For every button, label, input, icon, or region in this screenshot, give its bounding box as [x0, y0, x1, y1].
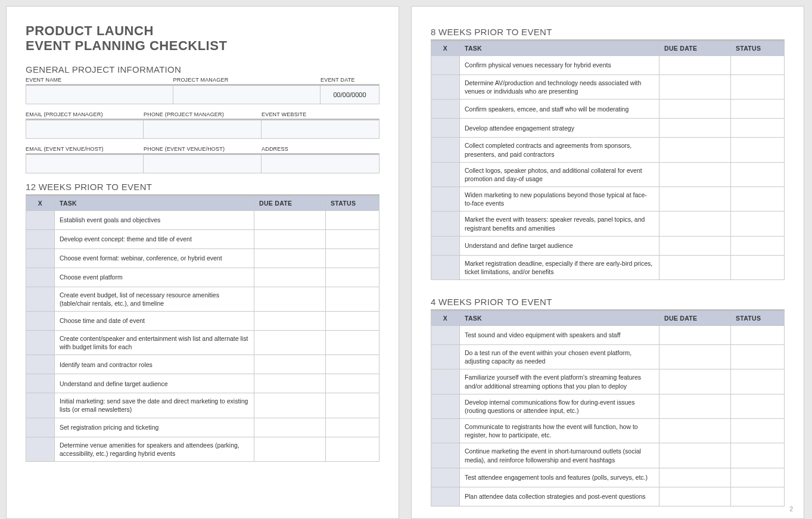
checkbox-cell[interactable] — [26, 210, 55, 229]
due-date-cell[interactable] — [659, 100, 731, 119]
checkbox-cell[interactable] — [26, 330, 55, 355]
phone-venue-input[interactable] — [144, 153, 262, 173]
due-date-cell[interactable] — [659, 394, 731, 418]
status-cell[interactable] — [731, 255, 785, 279]
status-cell[interactable] — [731, 138, 785, 162]
due-date-cell[interactable] — [659, 326, 731, 345]
checkbox-cell[interactable] — [26, 355, 55, 374]
email-venue-input[interactable] — [26, 153, 144, 173]
due-date-cell[interactable] — [254, 437, 326, 461]
due-date-cell[interactable] — [659, 487, 731, 506]
event-website-input[interactable] — [262, 119, 379, 139]
status-cell[interactable] — [326, 437, 379, 461]
status-cell[interactable] — [326, 374, 379, 393]
status-cell[interactable] — [731, 369, 785, 394]
due-date-cell[interactable] — [254, 210, 326, 229]
checkbox-cell[interactable] — [26, 248, 55, 268]
status-cell[interactable] — [326, 393, 379, 418]
status-cell[interactable] — [731, 212, 785, 236]
status-cell[interactable] — [731, 162, 785, 187]
due-date-cell[interactable] — [659, 56, 731, 75]
checkbox-cell[interactable] — [431, 345, 460, 369]
status-cell[interactable] — [326, 287, 379, 311]
checkbox-cell[interactable] — [26, 287, 55, 311]
checkbox-cell[interactable] — [26, 374, 55, 393]
status-cell[interactable] — [326, 311, 379, 330]
due-date-cell[interactable] — [254, 287, 326, 311]
due-date-cell[interactable] — [254, 248, 326, 268]
status-cell[interactable] — [326, 248, 379, 268]
status-cell[interactable] — [326, 229, 379, 248]
email-pm-input[interactable] — [26, 119, 144, 139]
due-date-cell[interactable] — [659, 75, 731, 100]
status-cell[interactable] — [731, 394, 785, 418]
checkbox-cell[interactable] — [431, 119, 460, 138]
due-date-cell[interactable] — [659, 212, 731, 236]
checkbox-cell[interactable] — [431, 255, 460, 279]
status-cell[interactable] — [731, 75, 785, 100]
checkbox-cell[interactable] — [431, 236, 460, 255]
due-date-cell[interactable] — [659, 255, 731, 279]
status-cell[interactable] — [731, 236, 785, 255]
due-date-cell[interactable] — [254, 374, 326, 393]
checkbox-cell[interactable] — [431, 419, 460, 443]
status-cell[interactable] — [731, 419, 785, 443]
checkbox-cell[interactable] — [431, 394, 460, 418]
due-date-cell[interactable] — [659, 236, 731, 255]
checkbox-cell[interactable] — [431, 187, 460, 212]
due-date-cell[interactable] — [659, 419, 731, 443]
status-cell[interactable] — [731, 443, 785, 468]
checkbox-cell[interactable] — [26, 437, 55, 461]
due-date-cell[interactable] — [659, 138, 731, 162]
table-row: Establish event goals and objectives — [26, 210, 379, 229]
checkbox-cell[interactable] — [431, 468, 460, 487]
checkbox-cell[interactable] — [26, 418, 55, 437]
status-cell[interactable] — [326, 355, 379, 374]
due-date-cell[interactable] — [254, 268, 326, 287]
checkbox-cell[interactable] — [26, 393, 55, 418]
status-cell[interactable] — [731, 100, 785, 119]
checkbox-cell[interactable] — [431, 162, 460, 187]
checkbox-cell[interactable] — [26, 268, 55, 287]
due-date-cell[interactable] — [659, 443, 731, 468]
due-date-cell[interactable] — [254, 311, 326, 330]
due-date-cell[interactable] — [659, 468, 731, 487]
due-date-cell[interactable] — [254, 393, 326, 418]
due-date-cell[interactable] — [254, 229, 326, 248]
due-date-cell[interactable] — [659, 187, 731, 212]
checkbox-cell[interactable] — [431, 138, 460, 162]
status-cell[interactable] — [731, 487, 785, 506]
status-cell[interactable] — [731, 345, 785, 369]
status-cell[interactable] — [326, 418, 379, 437]
checkbox-cell[interactable] — [431, 56, 460, 75]
checkbox-cell[interactable] — [431, 326, 460, 345]
status-cell[interactable] — [731, 119, 785, 138]
event-name-input[interactable] — [26, 84, 173, 104]
status-cell[interactable] — [731, 468, 785, 487]
due-date-cell[interactable] — [254, 418, 326, 437]
status-cell[interactable] — [326, 330, 379, 355]
due-date-cell[interactable] — [659, 345, 731, 369]
status-cell[interactable] — [731, 187, 785, 212]
checkbox-cell[interactable] — [26, 229, 55, 248]
phone-pm-input[interactable] — [144, 119, 262, 139]
checkbox-cell[interactable] — [26, 311, 55, 330]
due-date-cell[interactable] — [659, 119, 731, 138]
checkbox-cell[interactable] — [431, 443, 460, 468]
project-manager-input[interactable] — [173, 84, 321, 104]
event-date-input[interactable]: 00/00/0000 — [321, 84, 379, 104]
checkbox-cell[interactable] — [431, 487, 460, 506]
status-cell[interactable] — [326, 268, 379, 287]
status-cell[interactable] — [326, 210, 379, 229]
due-date-cell[interactable] — [659, 162, 731, 187]
address-input[interactable] — [262, 153, 379, 173]
checkbox-cell[interactable] — [431, 212, 460, 236]
due-date-cell[interactable] — [254, 355, 326, 374]
due-date-cell[interactable] — [254, 330, 326, 355]
status-cell[interactable] — [731, 326, 785, 345]
checkbox-cell[interactable] — [431, 100, 460, 119]
status-cell[interactable] — [731, 56, 785, 75]
checkbox-cell[interactable] — [431, 75, 460, 100]
checkbox-cell[interactable] — [431, 369, 460, 394]
due-date-cell[interactable] — [659, 369, 731, 394]
